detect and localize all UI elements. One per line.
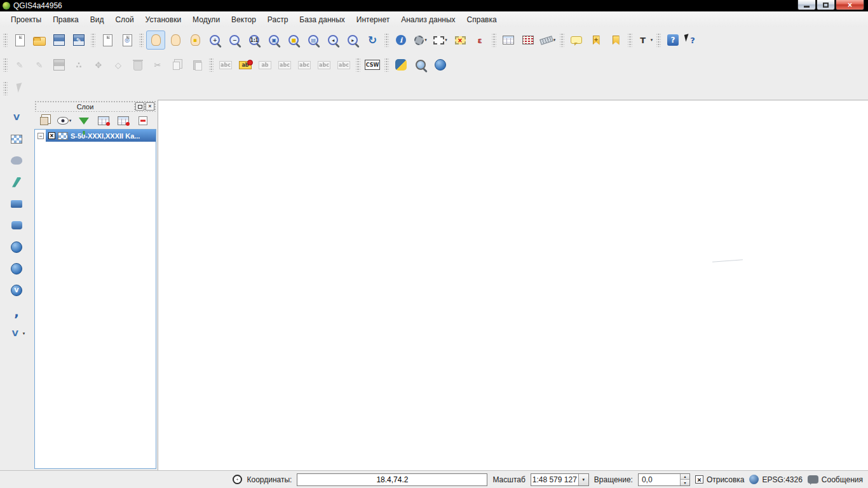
add-oracle-layer-button[interactable] (8, 217, 25, 234)
refresh-map-button[interactable]: ↻ (363, 30, 382, 50)
open-project-button[interactable] (30, 30, 49, 50)
add-mssql-layer-button[interactable] (8, 195, 25, 212)
add-delimited-text-layer-button[interactable]: , (8, 303, 25, 320)
web-globe-button[interactable] (431, 55, 450, 74)
scale-combobox[interactable]: 1:48 579 127 ▾ (531, 473, 589, 486)
rotate-label-button[interactable]: abc (334, 55, 353, 74)
minimize-button[interactable] (797, 0, 816, 10)
highlight-pinned-labels-button[interactable]: abc (275, 55, 294, 74)
identify-features-button[interactable]: i (391, 30, 410, 50)
python-console-button[interactable] (391, 55, 410, 74)
menu-item-6[interactable]: Вектор (226, 13, 262, 27)
attribute-table-button[interactable] (499, 30, 518, 50)
coordinates-input[interactable] (297, 473, 487, 486)
spin-up-icon[interactable]: ▴ (681, 474, 689, 480)
messages-button[interactable]: Сообщения (808, 475, 863, 484)
select-by-expression-button[interactable]: ε (470, 30, 489, 50)
zoom-native-button[interactable]: 1:1 (245, 30, 264, 50)
filter-by-expression-button[interactable] (96, 113, 111, 128)
dropdown-arrow-icon[interactable]: ▾ (553, 37, 556, 43)
layer-item[interactable]: − × S-50-XXXI,XXXII Ka... (35, 130, 156, 142)
text-annotation-button[interactable]: T▾ (635, 30, 654, 50)
toggle-editing-button[interactable]: ✎ (30, 55, 49, 74)
menu-item-8[interactable]: База данных (294, 13, 350, 27)
measure-button[interactable]: ▾ (538, 30, 557, 50)
select-features-button[interactable]: ▾ (431, 30, 450, 50)
new-bookmark-button[interactable]: + (587, 30, 606, 50)
save-project-button[interactable] (50, 30, 69, 50)
map-canvas[interactable] (158, 100, 868, 470)
menu-item-5[interactable]: Модули (187, 13, 226, 27)
manage-map-themes-button[interactable]: ▾ (57, 113, 72, 128)
crs-status-button[interactable]: EPSG:4326 (749, 475, 802, 484)
open-layer-styling-button[interactable] (37, 113, 52, 128)
menu-item-11[interactable]: Справка (461, 13, 503, 27)
new-project-button[interactable] (10, 30, 29, 50)
add-spatialite-layer-button[interactable] (8, 173, 25, 191)
float-panel-button[interactable] (135, 102, 144, 111)
metasearch-csw-button[interactable]: CSW (363, 55, 382, 74)
layer-tree[interactable]: − × S-50-XXXI,XXXII Ka... (34, 129, 156, 469)
remove-layer-button[interactable] (135, 113, 151, 128)
layer-labeling-button[interactable]: ab (236, 55, 255, 74)
add-feature-button[interactable]: ∴ (69, 55, 88, 74)
close-panel-button[interactable]: × (146, 102, 154, 111)
menu-item-7[interactable]: Растр (262, 13, 294, 27)
new-print-layout-button[interactable] (98, 30, 117, 50)
add-wms-layer-button[interactable] (8, 238, 25, 255)
touch-zoom-pan-button[interactable] (146, 30, 165, 50)
zoom-to-layer-button[interactable]: ▤ (304, 30, 323, 50)
map-tips-button[interactable] (567, 30, 586, 50)
menu-item-1[interactable]: Правка (47, 13, 85, 27)
geocoder-search-button[interactable] (411, 55, 430, 74)
layout-manager-button[interactable]: ◎ (118, 30, 137, 50)
field-calculator-button[interactable] (519, 30, 538, 50)
render-checkbox[interactable]: × (695, 475, 703, 484)
expand-all-button[interactable] (116, 113, 131, 128)
run-feature-action-button[interactable]: ▾ (411, 30, 430, 50)
save-layer-edits-button[interactable] (50, 55, 69, 74)
close-button[interactable]: × (836, 0, 864, 10)
zoom-in-button[interactable]: + (205, 30, 224, 50)
add-raster-layer-button[interactable] (8, 130, 25, 147)
add-wfs-layer-button[interactable]: V (8, 281, 25, 299)
help-button[interactable]: ? (663, 30, 682, 50)
menu-item-4[interactable]: Установки (140, 13, 187, 27)
dropdown-arrow-icon[interactable]: ▾ (23, 331, 25, 336)
add-wcs-layer-button[interactable] (8, 260, 25, 277)
current-edits-button[interactable]: ✎ (10, 55, 29, 74)
menu-item-9[interactable]: Интернет (351, 13, 395, 27)
layer-visibility-checkbox[interactable]: × (48, 132, 55, 139)
dropdown-arrow-icon[interactable]: ▾ (445, 37, 447, 43)
maximize-button[interactable] (817, 0, 835, 10)
add-postgis-layer-button[interactable] (8, 152, 25, 169)
menu-item-2[interactable]: Вид (85, 13, 110, 27)
move-label-button[interactable]: abc (315, 55, 334, 74)
filter-legend-button[interactable] (76, 113, 92, 128)
zoom-out-button[interactable]: − (225, 30, 244, 50)
dropdown-arrow-icon[interactable]: ▾ (424, 37, 427, 43)
zoom-to-selection-button[interactable]: ■ (284, 30, 303, 50)
save-project-as-button[interactable]: ✎ (69, 30, 88, 50)
map-select-tool-button[interactable] (10, 79, 29, 98)
zoom-next-button[interactable]: ▸ (343, 30, 362, 50)
dropdown-arrow-icon[interactable]: ▾ (69, 118, 72, 123)
new-shapefile-layer-button[interactable]: V▾ (8, 325, 25, 342)
add-vector-layer-button[interactable]: V (8, 109, 25, 126)
labeling-options-button[interactable]: abc (216, 55, 235, 74)
menu-item-3[interactable]: Слой (109, 13, 139, 27)
menu-item-0[interactable]: Проекты (5, 13, 47, 27)
rotation-spinner[interactable]: 0,0 ▴ ▾ (638, 473, 690, 486)
show-bookmarks-button[interactable] (606, 30, 625, 50)
whats-this-button[interactable]: ? (683, 30, 702, 50)
move-feature-button[interactable]: ✥ (89, 55, 108, 74)
extents-button[interactable] (233, 475, 242, 484)
render-toggle[interactable]: × Отрисовка (695, 475, 745, 484)
zoom-full-button[interactable]: ▣ (264, 30, 283, 50)
copy-features-button[interactable] (168, 55, 187, 74)
pan-map-button[interactable] (166, 30, 185, 50)
spin-down-icon[interactable]: ▾ (681, 480, 689, 485)
menu-item-10[interactable]: Анализ данных (395, 13, 461, 27)
dropdown-arrow-icon[interactable]: ▾ (651, 37, 653, 43)
delete-selected-button[interactable] (128, 55, 147, 74)
